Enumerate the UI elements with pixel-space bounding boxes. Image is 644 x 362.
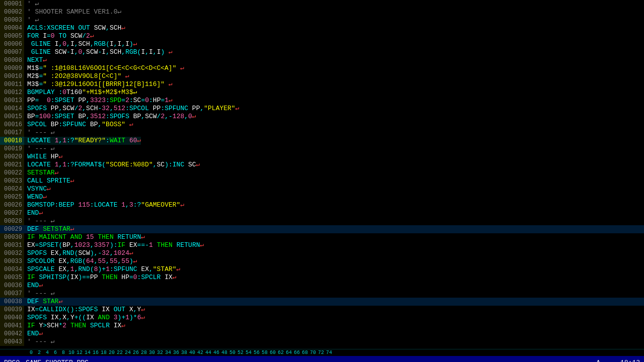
line-number: 00017 — [0, 129, 24, 137]
code-line: 00034SPSCALE EX,1,RND(8)+1:SPFUNC EX,"ST… — [0, 265, 644, 274]
ruler-mark: 66 — [293, 350, 301, 355]
line-text: ' --- ↵ — [24, 338, 55, 346]
line-text: IF Y>SCH*2 THEN SPCLR IX↵ — [24, 322, 125, 330]
ruler-mark: 42 — [196, 350, 204, 355]
code-line: 00039IX=CALLIDX():SPOFS IX OUT X,Y↵ — [0, 306, 644, 314]
line-number: 00022 — [0, 169, 24, 177]
line-number: 00027 — [0, 209, 24, 217]
file-name: GAME_SHOOTER.PRG — [26, 359, 89, 363]
code-line: 00021LOCATE 1,1:?FORMAT$("SCORE:%08D",SC… — [0, 161, 644, 169]
code-line: 00040SPOFS IX,X,Y+((IX AND 3)+1)*6↵ — [0, 314, 644, 322]
line-text: M1$=" :1@108L16V6OO1[C<E<C<G<C<D<C<A]" ↵ — [24, 64, 184, 72]
ruler-mark: 38 — [180, 350, 188, 355]
ruler-mark: 52 — [236, 350, 245, 355]
line-number: 00032 — [0, 249, 24, 257]
line-text: VSYNC↵ — [24, 185, 51, 193]
code-line: 00025WEND↵ — [0, 193, 644, 201]
ruler-mark: 28 — [140, 350, 148, 355]
line-text: SPOFS IX,X,Y+((IX AND 3)+1)*6↵ — [24, 314, 145, 322]
line-number: 00037 — [0, 290, 24, 298]
status-bar: PRG0 GAME_SHOOTER.PRG A 18:13 — [0, 356, 644, 362]
line-text: FOR I=0 TO SCW/2↵ — [24, 32, 94, 40]
code-line: 00011M3$=" :3@129L16OO1[[BRRR]12[B]116]"… — [0, 80, 644, 88]
line-text: END↵ — [24, 330, 43, 338]
line-text: DEF SETSTAR↵ — [24, 225, 644, 233]
line-number: 00021 — [0, 161, 24, 169]
ruler-mark: 14 — [84, 350, 92, 355]
line-number: 00013 — [0, 97, 24, 105]
ruler-mark: 0 — [27, 350, 35, 355]
code-line: 00042END↵ — [0, 330, 644, 338]
ruler-mark: 2 — [35, 350, 43, 355]
code-line: 00012BGMPLAY :0T160"+M1$+M2$+M3$↵ — [0, 88, 644, 97]
line-number: 00005 — [0, 32, 24, 40]
line-text: SPOFS PP,SCW/2,SCH-32,512:SPCOL PP:SPFUN… — [24, 105, 239, 113]
line-text: BP=100:SPSET BP,3512:SPOFS BP,SCW/2,-128… — [24, 113, 196, 121]
line-number: 00016 — [0, 121, 24, 129]
line-number: 00008 — [0, 56, 24, 64]
line-text: LOCATE 1,1:?"READY?":WAIT 60↵ — [24, 137, 141, 145]
line-number: 00036 — [0, 282, 24, 290]
line-number: 00004 — [0, 24, 24, 32]
ruler-mark: 40 — [188, 350, 196, 355]
line-text: END↵ — [24, 209, 43, 217]
ruler-mark: 72 — [317, 350, 325, 355]
ruler-mark: 8 — [59, 350, 67, 355]
ruler-mark: 36 — [172, 350, 180, 355]
clock: 18:13 — [620, 359, 640, 363]
line-number: 00003 — [0, 16, 24, 24]
line-text: PP= 0:SPSET PP,3323:SPD=2:SC=0:HP=1↵ — [24, 97, 173, 105]
ruler-mark: 48 — [220, 350, 228, 355]
code-line: 00010M2$=" :2O2@38V9OL8[C<C]" ↵ — [0, 72, 644, 80]
line-number: 00030 — [0, 233, 24, 241]
line-number: 00023 — [0, 177, 24, 185]
line-text: IF SPHITSP(IX)==PP THEN HP=0:SPCLR IX↵ — [24, 274, 177, 282]
line-number: 00015 — [0, 113, 24, 121]
line-text: SPCOLOR EX,RGB(64,55,55,55)↵ — [24, 257, 137, 265]
line-number: 00019 — [0, 145, 24, 153]
code-line: 00020WHILE HP↵ — [0, 153, 644, 161]
code-line: 00014SPOFS PP,SCW/2,SCH-32,512:SPCOL PP:… — [0, 105, 644, 113]
line-text: WEND↵ — [24, 193, 47, 201]
ruler-mark: 44 — [204, 350, 212, 355]
line-number: 00024 — [0, 185, 24, 193]
code-line: 00017' --- ↵ — [0, 129, 644, 137]
ruler-mark: 20 — [108, 350, 116, 355]
code-line: 00036END↵ — [0, 282, 644, 290]
line-text: EX=SPSET(BP,1023,3357):IF EX==-1 THEN RE… — [24, 241, 204, 249]
line-text: ' --- ↵ — [24, 129, 55, 137]
code-line: 00006 GLINE I,0,I,SCH,RGB(I,I,I)↵ — [0, 40, 644, 48]
line-text: BGMSTOP:BEEP 115:LOCATE 1,3:?"GAMEOVER"↵ — [24, 201, 184, 209]
code-line: 00028' --- ↵ — [0, 217, 644, 225]
line-number: 00034 — [0, 265, 24, 274]
code-line: 00003' ↵ — [0, 16, 644, 24]
line-number: 00006 — [0, 40, 24, 48]
code-line: 00004ACLS:XSCREEN OUT SCW,SCH↵ — [0, 24, 644, 32]
line-number: 00012 — [0, 88, 24, 97]
code-line: 00038DEF STAR↵ — [0, 298, 644, 306]
line-number: 00043 — [0, 338, 24, 346]
code-editor[interactable]: 00001' ↵00002' SHOOTER SAMPLE VER1.0↵000… — [0, 0, 644, 349]
ruler-mark: 74 — [325, 350, 333, 355]
ruler-mark: 68 — [301, 350, 309, 355]
code-line: 00033SPCOLOR EX,RGB(64,55,55,55)↵ — [0, 257, 644, 265]
line-number: 00041 — [0, 322, 24, 330]
line-text: M3$=" :3@129L16OO1[[BRRR]12[B]116]" ↵ — [24, 80, 173, 88]
code-line: 00026BGMSTOP:BEEP 115:LOCATE 1,3:?"GAMEO… — [0, 201, 644, 209]
line-number: 00033 — [0, 257, 24, 265]
ruler-mark: 64 — [285, 350, 293, 355]
ruler-mark: 26 — [132, 350, 140, 355]
line-text: ACLS:XSCREEN OUT SCW,SCH↵ — [24, 24, 125, 32]
insert-mode: A — [596, 359, 600, 363]
code-line: 00007 GLINE SCW-I,0,SCW-I,SCH,RGB(I,I,I)… — [0, 48, 644, 56]
line-text: ' ↵ — [24, 16, 39, 24]
ruler-mark: 60 — [269, 350, 277, 355]
line-text: END↵ — [24, 282, 43, 290]
line-number: 00007 — [0, 48, 24, 56]
code-line: 00019' --- ↵ — [0, 145, 644, 153]
line-number: 00010 — [0, 72, 24, 80]
code-line: 00024VSYNC↵ — [0, 185, 644, 193]
ruler-mark: 34 — [164, 350, 172, 355]
ruler-mark: 24 — [124, 350, 132, 355]
code-line: 00005FOR I=0 TO SCW/2↵ — [0, 32, 644, 40]
